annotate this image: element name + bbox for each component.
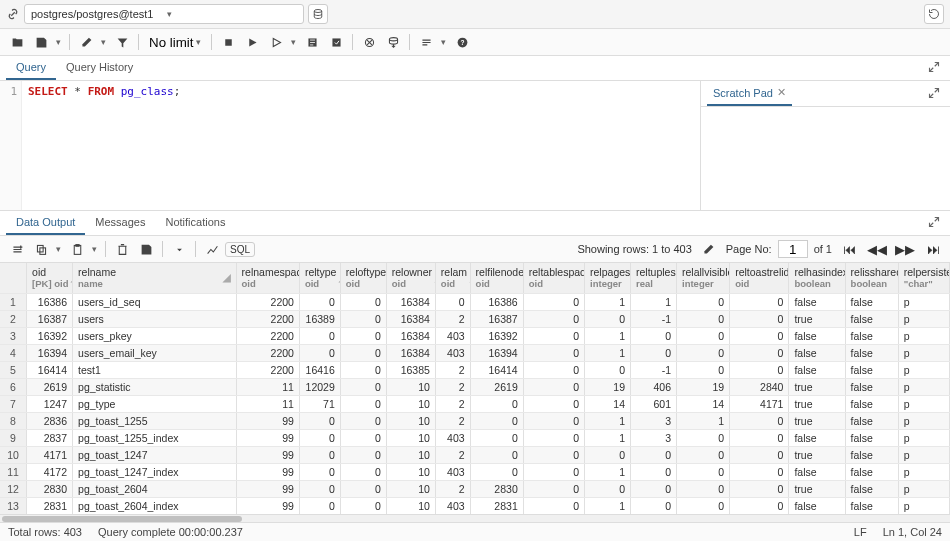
table-row[interactable]: 71247pg_type117101020014601144171truefal… <box>0 395 950 412</box>
cell[interactable]: 1 <box>585 344 631 361</box>
row-number[interactable]: 6 <box>0 378 27 395</box>
cell[interactable]: 2836 <box>27 412 73 429</box>
cell[interactable]: 601 <box>631 395 677 412</box>
table-row[interactable]: 104171pg_toast_12479900102000000truefals… <box>0 446 950 463</box>
cell[interactable]: 0 <box>340 480 386 497</box>
tab-messages[interactable]: Messages <box>85 211 155 235</box>
column-header-relfilenode[interactable]: relfilenodeoid◢ <box>470 263 523 293</box>
cell[interactable]: 10 <box>386 395 435 412</box>
add-row-button[interactable] <box>6 239 28 259</box>
cell[interactable]: 3 <box>631 412 677 429</box>
cell[interactable]: 0 <box>677 463 730 480</box>
cell[interactable]: 0 <box>585 446 631 463</box>
execute-button[interactable] <box>241 32 263 52</box>
expand-editor-icon[interactable] <box>924 57 944 79</box>
cell[interactable]: 0 <box>730 310 789 327</box>
cell[interactable]: p <box>898 412 949 429</box>
cell[interactable]: 0 <box>299 344 340 361</box>
cell[interactable]: 0 <box>730 463 789 480</box>
cell[interactable]: 0 <box>340 463 386 480</box>
cell[interactable]: 14 <box>677 395 730 412</box>
cell[interactable]: 16385 <box>386 361 435 378</box>
cell[interactable]: 10 <box>386 429 435 446</box>
cell[interactable]: false <box>845 293 898 310</box>
column-header-relisshared[interactable]: relissharedboolean◢ <box>845 263 898 293</box>
cell[interactable]: 10 <box>386 480 435 497</box>
cell[interactable]: 1 <box>585 463 631 480</box>
cell[interactable]: 2200 <box>236 361 299 378</box>
cell[interactable]: 2 <box>435 395 470 412</box>
row-number[interactable]: 5 <box>0 361 27 378</box>
column-header-oid[interactable]: oid[PK] oid◢ <box>27 263 73 293</box>
cell[interactable]: 0 <box>523 361 584 378</box>
cell[interactable]: 2840 <box>730 378 789 395</box>
cell[interactable]: 0 <box>340 412 386 429</box>
cell[interactable]: 0 <box>677 429 730 446</box>
cell[interactable]: 0 <box>299 446 340 463</box>
cell[interactable]: 2200 <box>236 310 299 327</box>
cell[interactable]: 1 <box>677 412 730 429</box>
cell[interactable]: 0 <box>730 344 789 361</box>
cell[interactable]: 0 <box>340 395 386 412</box>
cell[interactable]: 0 <box>677 446 730 463</box>
cell[interactable]: false <box>845 310 898 327</box>
tab-data-output[interactable]: Data Output <box>6 211 85 235</box>
cell[interactable]: 16392 <box>27 327 73 344</box>
cell[interactable]: 16414 <box>27 361 73 378</box>
cell[interactable]: 16386 <box>470 293 523 310</box>
page-number-input[interactable] <box>778 240 808 258</box>
cell[interactable]: 1 <box>585 412 631 429</box>
table-row[interactable]: 92837pg_toast_1255_index990010403001300f… <box>0 429 950 446</box>
tab-query[interactable]: Query <box>6 56 56 80</box>
cell[interactable]: 0 <box>585 310 631 327</box>
cell[interactable]: p <box>898 310 949 327</box>
row-number[interactable]: 1 <box>0 293 27 310</box>
cell[interactable]: 0 <box>470 412 523 429</box>
cell[interactable]: pg_toast_1247 <box>73 446 237 463</box>
edit-page-button[interactable] <box>698 239 720 259</box>
cell[interactable]: p <box>898 395 949 412</box>
cell[interactable]: false <box>845 497 898 514</box>
cell[interactable]: 1247 <box>27 395 73 412</box>
cell[interactable]: 0 <box>470 429 523 446</box>
cell[interactable]: false <box>789 327 845 344</box>
cell[interactable]: 0 <box>340 497 386 514</box>
cell[interactable]: 10 <box>386 446 435 463</box>
column-header-relam[interactable]: relamoid◢ <box>435 263 470 293</box>
cell[interactable]: 0 <box>523 378 584 395</box>
cell[interactable]: 0 <box>631 327 677 344</box>
cell[interactable]: p <box>898 293 949 310</box>
cell[interactable]: p <box>898 327 949 344</box>
cell[interactable]: p <box>898 378 949 395</box>
column-header-relnamespace[interactable]: relnamespaceoid◢ <box>236 263 299 293</box>
cell[interactable]: 0 <box>585 361 631 378</box>
cell[interactable]: 10 <box>386 378 435 395</box>
cell[interactable]: false <box>789 344 845 361</box>
cell[interactable]: 2200 <box>236 293 299 310</box>
cell[interactable]: 0 <box>677 497 730 514</box>
cell[interactable]: p <box>898 463 949 480</box>
cell[interactable]: 10 <box>386 463 435 480</box>
table-row[interactable]: 216387users22001638901638421638700-100tr… <box>0 310 950 327</box>
cell[interactable]: -1 <box>631 310 677 327</box>
expand-output-icon[interactable] <box>924 212 944 234</box>
column-header-reloftype[interactable]: reloftypeoid◢ <box>340 263 386 293</box>
cell[interactable]: p <box>898 344 949 361</box>
data-grid[interactable]: oid[PK] oid◢relnamename◢relnamespaceoid◢… <box>0 263 950 514</box>
cell[interactable]: false <box>789 429 845 446</box>
cell[interactable]: 0 <box>299 463 340 480</box>
cell[interactable]: 0 <box>730 429 789 446</box>
cell[interactable]: 0 <box>340 378 386 395</box>
cell[interactable]: 4172 <box>27 463 73 480</box>
cell[interactable]: 0 <box>340 293 386 310</box>
cell[interactable]: 1 <box>631 293 677 310</box>
cell[interactable]: 0 <box>730 480 789 497</box>
cell[interactable]: 0 <box>677 310 730 327</box>
cell[interactable]: 0 <box>631 480 677 497</box>
cell[interactable]: 10 <box>386 412 435 429</box>
commit-button[interactable] <box>325 32 347 52</box>
column-header-relname[interactable]: relnamename◢ <box>73 263 237 293</box>
cell[interactable]: 0 <box>631 463 677 480</box>
cell[interactable]: 16414 <box>470 361 523 378</box>
filter-button[interactable] <box>111 32 133 52</box>
